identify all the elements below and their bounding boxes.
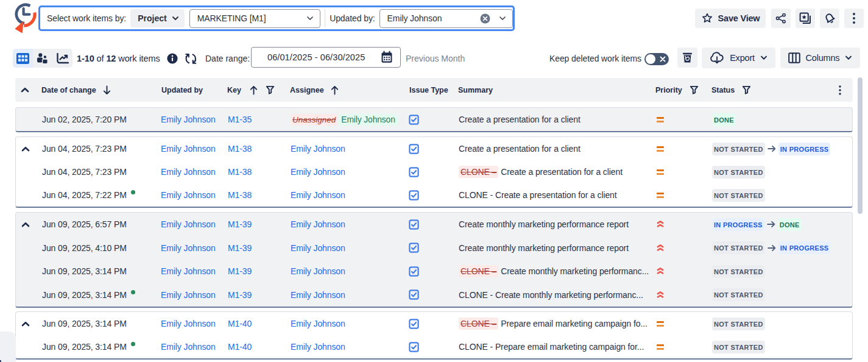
user-link[interactable]: Emily Johnson xyxy=(161,266,216,276)
task-type-icon xyxy=(409,243,419,253)
assignee-link[interactable]: Emily Johnson xyxy=(291,243,345,253)
column-header-assignee[interactable]: Assignee xyxy=(290,78,339,102)
filter-funnel-icon[interactable] xyxy=(742,85,751,94)
change-row: Jun 09, 2025, 3:14 PMEmily JohnsonM1-39E… xyxy=(16,260,852,283)
user-link[interactable]: Emily Johnson xyxy=(161,115,216,124)
user-link[interactable]: Emily Johnson xyxy=(161,167,216,177)
issue-key-link[interactable]: M1-39 xyxy=(228,290,252,300)
task-type-icon xyxy=(409,319,419,329)
user-link[interactable]: Emily Johnson xyxy=(161,144,216,154)
clear-filter-icon[interactable] xyxy=(480,13,490,24)
share-button[interactable] xyxy=(771,9,791,28)
project-select[interactable]: MARKETING [M1] xyxy=(189,9,321,28)
column-header-key[interactable]: Key xyxy=(227,78,275,102)
updated-by-cell: Emily Johnson xyxy=(161,236,216,260)
status-cell: NOT STARTED xyxy=(712,160,765,183)
status-cell: IN PROGRESSDONE xyxy=(712,213,802,236)
issue-key-link[interactable]: M1-40 xyxy=(228,319,252,328)
chevron-down-icon xyxy=(845,55,852,60)
issue-type-cell xyxy=(409,137,419,160)
notifications-button[interactable] xyxy=(820,9,839,28)
column-header-issue-type[interactable]: Issue Type xyxy=(409,78,448,102)
column-header-date[interactable]: Date of change xyxy=(41,78,111,102)
sort-desc-icon xyxy=(103,85,111,95)
column-header-updated-by[interactable]: Updated by xyxy=(161,78,203,102)
export-button[interactable]: Export xyxy=(702,48,775,68)
user-link[interactable]: Emily Johnson xyxy=(161,243,216,253)
key-cell: M1-35 xyxy=(228,108,252,131)
assignee-link[interactable]: Emily Johnson xyxy=(291,290,345,300)
table-options-button[interactable] xyxy=(834,78,846,102)
assignee-link[interactable]: Emily Johnson xyxy=(291,144,345,154)
date-of-change-cell: Jun 09, 2025, 6:57 PM xyxy=(42,213,127,236)
refresh-icon[interactable] xyxy=(185,53,197,65)
toggle-off-x-icon xyxy=(660,56,666,62)
assignee-link[interactable]: Emily Johnson xyxy=(291,342,345,352)
assignee-link[interactable]: Emily Johnson xyxy=(291,219,345,229)
summary-cell: CLONE - Create monthly marketing perform… xyxy=(459,283,652,307)
column-header-status[interactable]: Status xyxy=(711,78,751,102)
group-caret-cell xyxy=(17,335,34,358)
date-of-change-cell: Jun 09, 2025, 4:10 PM xyxy=(42,236,127,260)
bell-icon xyxy=(824,12,836,25)
assignee-link[interactable]: Emily Johnson xyxy=(291,266,345,276)
issue-key-link[interactable]: M1-38 xyxy=(228,190,252,200)
issue-key-link[interactable]: M1-40 xyxy=(228,342,252,352)
chart-view-button[interactable] xyxy=(52,49,72,68)
assignee-link[interactable]: Emily Johnson xyxy=(291,190,345,200)
column-header-summary[interactable]: Summary xyxy=(458,78,493,102)
filter-funnel-icon[interactable] xyxy=(690,85,699,94)
user-link[interactable]: Emily Johnson xyxy=(161,342,216,352)
updated-by-cell: Emily Johnson xyxy=(161,260,216,283)
table-view-button[interactable] xyxy=(13,49,33,68)
summary-cell: CLONE –Prepare email marketing campaign … xyxy=(459,312,652,335)
column-header-priority[interactable]: Priority xyxy=(655,78,699,102)
filter-funnel-icon[interactable] xyxy=(266,85,275,94)
columns-icon xyxy=(788,52,800,63)
table-view-icon xyxy=(16,53,29,64)
user-link[interactable]: Emily Johnson xyxy=(161,319,216,328)
priority-highest-icon xyxy=(656,220,665,229)
task-type-icon xyxy=(409,167,419,177)
summary-cell: Create a presentation for a client xyxy=(459,137,652,160)
columns-button[interactable]: Columns xyxy=(780,48,860,68)
date-range-input[interactable]: 06/01/2025 - 06/30/2025 xyxy=(251,47,401,68)
scrollbar-thumb[interactable] xyxy=(858,77,863,214)
key-cell: M1-40 xyxy=(228,335,252,358)
task-type-icon xyxy=(409,190,419,201)
issue-key-link[interactable]: M1-39 xyxy=(228,219,252,229)
updated-by-select[interactable]: Emily Johnson xyxy=(379,9,513,28)
keep-deleted-toggle[interactable] xyxy=(644,53,669,65)
info-icon[interactable] xyxy=(167,53,178,64)
previous-month-link[interactable]: Previous Month xyxy=(406,49,465,68)
issue-key-link[interactable]: M1-39 xyxy=(228,266,252,276)
user-link[interactable]: Emily Johnson xyxy=(161,219,216,229)
saved-views-button[interactable] xyxy=(796,9,815,28)
filter-mode-dropdown[interactable]: Project xyxy=(130,9,184,27)
corner-widget[interactable] xyxy=(0,332,16,362)
issue-key-link[interactable]: M1-38 xyxy=(228,167,252,177)
date-of-change-cell: Jun 04, 2025, 7:23 PM xyxy=(42,160,127,183)
more-actions-button[interactable] xyxy=(844,9,864,28)
group-caret-cell xyxy=(17,283,34,307)
collapse-all-button[interactable] xyxy=(21,78,29,102)
issue-type-cell xyxy=(409,160,419,183)
issue-key-link[interactable]: M1-35 xyxy=(228,115,252,124)
assignee-link[interactable]: Emily Johnson xyxy=(291,167,345,177)
status-cell: NOT STARTEDIN PROGRESS xyxy=(712,137,830,160)
assignee-link[interactable]: Emily Johnson xyxy=(291,319,345,328)
issue-key-link[interactable]: M1-38 xyxy=(228,144,252,154)
issue-key-link[interactable]: M1-39 xyxy=(228,243,252,253)
status-badge: NOT STARTED xyxy=(712,189,765,202)
user-link[interactable]: Emily Johnson xyxy=(161,190,216,200)
save-view-button[interactable]: Save View xyxy=(695,9,766,28)
collapse-group-icon[interactable] xyxy=(21,146,30,152)
group-caret-cell xyxy=(17,312,34,335)
collapse-group-icon[interactable] xyxy=(21,321,30,327)
collapse-group-icon[interactable] xyxy=(21,222,30,227)
change-row: Jun 09, 2025, 3:14 PMEmily JohnsonM1-40E… xyxy=(16,312,852,335)
user-link[interactable]: Emily Johnson xyxy=(161,290,216,300)
group-caret-cell xyxy=(17,137,34,160)
delete-button[interactable] xyxy=(677,48,697,68)
people-view-button[interactable] xyxy=(33,49,53,68)
